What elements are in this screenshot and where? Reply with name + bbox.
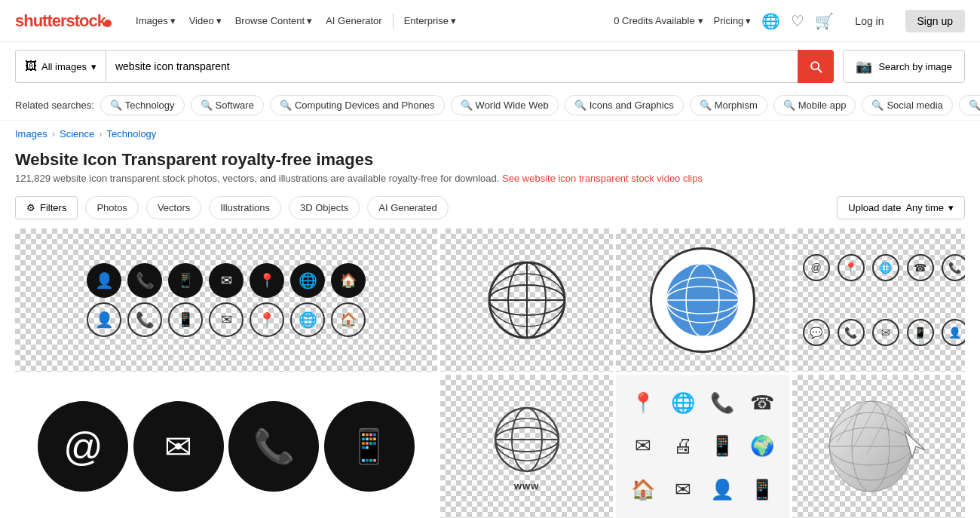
- search-type-label: All images: [41, 61, 87, 72]
- related-tag-mobile[interactable]: 🔍 Mobile app: [773, 95, 856, 115]
- image-cell-2[interactable]: [440, 228, 613, 372]
- breadcrumb-sep-1: ›: [52, 128, 55, 139]
- page-title: Website Icon Transparent royalty-free im…: [15, 150, 965, 170]
- globe-icon[interactable]: 🌐: [761, 12, 780, 30]
- filters-row: ⚙ Filters Photos Vectors Illustrations 3…: [0, 190, 980, 225]
- image-cell-1[interactable]: 👤 📞 📱 ✉ 📍 🌐 🏠 👤 📞 📱 ✉ 📍 🌐 🏠: [15, 228, 437, 372]
- page-title-section: Website Icon Transparent royalty-free im…: [0, 147, 980, 190]
- related-tag-technology[interactable]: 🔍 Technology: [100, 95, 185, 115]
- related-tag-computing[interactable]: 🔍 Computing Devices and Phones: [270, 95, 445, 115]
- blue-globe-svg: [661, 259, 744, 342]
- breadcrumb-science[interactable]: Science: [60, 128, 94, 139]
- filters-left: ⚙ Filters Photos Vectors Illustrations 3…: [15, 196, 449, 219]
- nav-ai[interactable]: AI Generator: [320, 11, 387, 31]
- subtitle-link[interactable]: See website icon transparent stock video…: [502, 173, 703, 184]
- breadcrumb-technology[interactable]: Technology: [107, 128, 157, 139]
- image-cell-6[interactable]: www: [440, 375, 613, 518]
- filters-button[interactable]: ⚙ Filters: [15, 196, 78, 219]
- filter-photos[interactable]: Photos: [85, 196, 138, 219]
- search-input[interactable]: [106, 50, 798, 83]
- header-right: 0 Credits Available ▾ Pricing ▾ 🌐 ♡ 🛒 Lo…: [614, 10, 965, 32]
- related-tag-social[interactable]: 🔍 Social media: [862, 95, 952, 115]
- related-tag-www[interactable]: 🔍 World Wide Web: [451, 95, 559, 115]
- image-cell-8[interactable]: [792, 375, 965, 518]
- filter-vectors[interactable]: Vectors: [146, 196, 201, 219]
- related-tag-software[interactable]: 🔍 Software: [191, 95, 264, 115]
- main-nav: Images▾ Video▾ Browse Content▾ AI Genera…: [130, 11, 462, 31]
- grid-row-2: @ ✉ 📞 📱 www 📍 🌐: [15, 375, 965, 518]
- nav-video[interactable]: Video▾: [183, 11, 228, 31]
- related-tag-morphism[interactable]: 🔍 Morphism: [690, 95, 767, 115]
- related-searches-label: Related searches:: [15, 100, 94, 111]
- page-subtitle: 121,829 website icon transparent stock p…: [15, 173, 965, 184]
- search-by-image-button[interactable]: 📷 Search by image: [843, 50, 965, 83]
- search-bar-row: 🖼 All images ▾ 📷 Search by image: [0, 42, 980, 90]
- globe-cursor-svg: [825, 390, 931, 503]
- search-type-icon: 🖼: [25, 60, 37, 73]
- filter-3d[interactable]: 3D Objects: [289, 196, 360, 219]
- logo-text: shutterstock: [15, 11, 106, 31]
- favorites-icon[interactable]: ♡: [791, 12, 804, 30]
- cart-icon[interactable]: 🛒: [815, 12, 834, 30]
- image-cell-3[interactable]: [616, 228, 789, 372]
- pricing-button[interactable]: Pricing ▾: [714, 15, 752, 26]
- sliders-icon: ⚙: [26, 202, 35, 213]
- signup-button[interactable]: Sign up: [905, 10, 965, 32]
- filter-illustrations[interactable]: Illustrations: [209, 196, 281, 219]
- related-tag-icons[interactable]: 🔍 Icons and Graphics: [565, 95, 684, 115]
- nav-enterprise[interactable]: Enterprise▾: [398, 11, 462, 31]
- search-icon: [808, 59, 823, 74]
- search-submit-button[interactable]: [798, 50, 834, 83]
- image-cell-7[interactable]: 📍 🌐 📞 ☎ ✉ 🖨 📱 🌍 🏠 ✉ 👤 📱: [616, 375, 789, 518]
- logo[interactable]: shutterstock: [15, 11, 112, 31]
- login-button[interactable]: Log in: [844, 11, 894, 32]
- filter-ai[interactable]: AI Generated: [367, 196, 448, 219]
- image-cell-5[interactable]: @ ✉ 📞 📱: [15, 375, 437, 518]
- camera-icon: 📷: [856, 58, 872, 75]
- nav-separator: [393, 14, 394, 29]
- related-searches-row: Related searches: 🔍 Technology 🔍 Softwar…: [0, 90, 980, 121]
- credits-button[interactable]: 0 Credits Available ▾: [614, 15, 703, 26]
- related-tag-smartpho[interactable]: 🔍 Smartpho...: [959, 95, 980, 115]
- grid-row-1: 👤 📞 📱 ✉ 📍 🌐 🏠 👤 📞 📱 ✉ 📍 🌐 🏠: [15, 228, 965, 372]
- www-globe-svg: [489, 402, 565, 477]
- upload-date-button[interactable]: Upload date Any time ▾: [837, 196, 965, 219]
- nav-images[interactable]: Images▾: [130, 11, 182, 31]
- nav-browse[interactable]: Browse Content▾: [229, 11, 319, 31]
- breadcrumb: Images › Science › Technology: [0, 121, 980, 147]
- upload-date-wrapper: Upload date Any time ▾: [837, 196, 965, 219]
- logo-dot: [104, 20, 112, 27]
- breadcrumb-sep-2: ›: [99, 128, 102, 139]
- globe-outline-svg: [482, 255, 572, 345]
- image-grid: 👤 📞 📱 ✉ 📍 🌐 🏠 👤 📞 📱 ✉ 📍 🌐 🏠: [0, 225, 980, 518]
- search-by-image-label: Search by image: [878, 61, 952, 72]
- breadcrumb-images[interactable]: Images: [15, 128, 47, 139]
- image-cell-4[interactable]: @ 📍 🌐 ☎ 📞 💬 📞 ✉ 📱 👤: [792, 228, 965, 372]
- search-type-dropdown[interactable]: 🖼 All images ▾: [15, 50, 106, 83]
